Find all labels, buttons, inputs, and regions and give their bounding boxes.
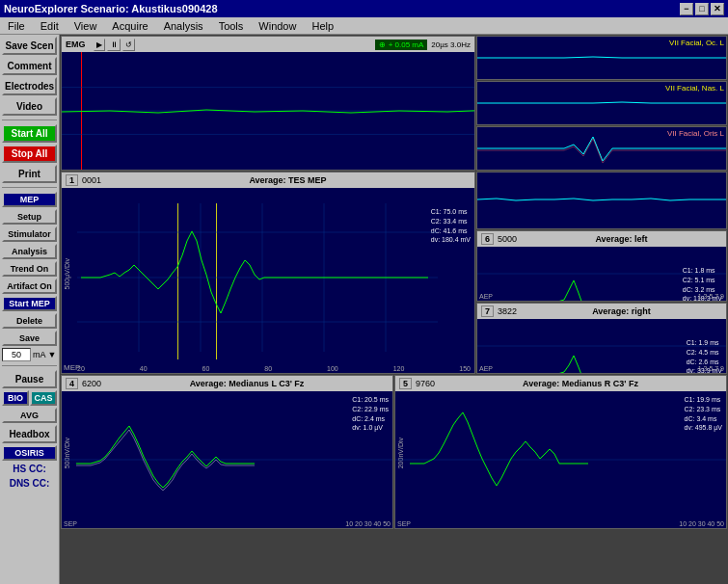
menu-analysis[interactable]: Analysis (160, 20, 207, 32)
sep-2-title: Average: Medianus R C3' Fz (439, 379, 722, 388)
save-scen-button[interactable]: Save Scen (2, 37, 57, 55)
bottom-row: 4 6200 Average: Medianus L C3' Fz C1: 20… (61, 375, 727, 529)
emg-right-panel-3: VII Facial, Oris L (476, 126, 727, 171)
sep-1-num: 4 (66, 378, 78, 389)
sep-2-waveform (395, 391, 726, 528)
stop-all-button[interactable]: Stop AII (2, 145, 57, 163)
mep-canvas[interactable]: 500µV/Div C1: 75.0 ms C2: 33.4 ms dC: 41… (62, 188, 474, 373)
mep-panel-id: 0001 (82, 175, 101, 185)
cas-button[interactable]: CAS (30, 390, 57, 406)
artifact-on-button[interactable]: Artifact On (2, 279, 57, 294)
stimulator-button[interactable]: Stimulator (2, 226, 57, 242)
sidebar: Save Scen Comment Electrodes Video Start… (0, 35, 60, 584)
mep-panel-num: 1 (66, 174, 78, 186)
play-button[interactable]: ▶ (94, 39, 105, 51)
emg-right-panels: VII Facial, Oc. L VII Facial, Nas. L VII… (476, 36, 727, 171)
mep-avg-right-xscale: 1 3 5 7 9 (698, 365, 724, 372)
mep-avg-right-canvas[interactable]: C1: 1.9 ms C2: 4.5 ms dC: 2.6 ms dv: 33.… (477, 319, 726, 373)
sep-1-title: Average: Medianus L C3' Fz (105, 379, 389, 388)
sep-2-xscale: 10 20 30 40 50 (679, 520, 724, 527)
app-title: NeuroExplorer Scenario: Akustikus090428 (4, 3, 218, 14)
sep-2-id: 9760 (416, 379, 435, 388)
emg-right-label-1: VII Facial, Oc. L (669, 39, 724, 47)
pause-button[interactable]: Pause (2, 370, 57, 388)
emg-right-panel-2: VII Facial, Nas. L (476, 81, 727, 125)
sep-1-bottom: SEP (64, 520, 77, 527)
ma-input[interactable]: 50 (2, 348, 31, 361)
avg-button[interactable]: AVG (2, 408, 57, 423)
sep-panel-2-header: 5 9760 Average: Medianus R C3' Fz (395, 376, 726, 391)
menu-file[interactable]: File (4, 20, 29, 32)
mep-bottom-label: MEP (64, 363, 80, 372)
menu-help[interactable]: Help (308, 20, 337, 32)
video-button[interactable]: Video (2, 97, 57, 116)
sep-2-canvas[interactable]: C1: 19.9 ms C2: 23.3 ms dC: 3.4 ms dv: 4… (395, 391, 726, 528)
sep-1-waveform (62, 391, 392, 528)
mep-avg-left-panel: 6 5000 Average: left C1: 1.8 ms C2: 5.1 … (476, 230, 727, 302)
mep-waveform (62, 188, 474, 366)
sep-2-num: 5 (399, 378, 412, 389)
maximize-button[interactable]: □ (695, 3, 709, 15)
window-controls: − □ ✕ (680, 3, 724, 15)
ma-unit[interactable]: mA ▼ (33, 350, 56, 359)
sep-1-canvas[interactable]: C1: 20.5 ms C2: 22.9 ms dC: 2.4 ms dv: 1… (62, 391, 392, 528)
sep-panel-1-header: 4 6200 Average: Medianus L C3' Fz (62, 376, 392, 391)
menu-tools[interactable]: Tools (215, 20, 248, 32)
refresh-button[interactable]: ↺ (122, 39, 135, 51)
save-button[interactable]: Save (2, 331, 57, 346)
start-all-button[interactable]: Start All (2, 124, 57, 143)
osiris-button[interactable]: OSIRIS (2, 445, 57, 461)
bio-button[interactable]: BIO (2, 390, 29, 406)
mep-avg-right-num: 7 (481, 305, 494, 317)
mep-avg-right-bottom: AEP (479, 365, 493, 372)
mep-avg-left-canvas[interactable]: C1: 1.8 ms C2: 5.1 ms dC: 3.2 ms dv: 118… (477, 247, 726, 301)
menu-edit[interactable]: Edit (37, 20, 63, 32)
mep-panel: 1 0001 Average: TES MEP 500µV/Div C1: 75… (61, 172, 475, 374)
title-bar: NeuroExplorer Scenario: Akustikus090428 … (0, 0, 728, 17)
mep-avg-left-xscale: 1 3 5 7 9 (698, 293, 724, 300)
mep-avg-left-header: 6 5000 Average: left (477, 231, 726, 247)
start-mep-button[interactable]: Start MEP (2, 296, 57, 311)
sep-panel-2: 5 9760 Average: Medianus R C3' Fz C1: 19… (394, 375, 727, 529)
main-area: Save Scen Comment Electrodes Video Start… (0, 35, 728, 584)
menu-view[interactable]: View (70, 20, 101, 32)
mep-avg-right-id: 3822 (498, 306, 517, 316)
mep-avg-right-panel: 7 3822 Average: right C1: 1.9 ms C2: 4.5… (476, 303, 727, 374)
emg-top-canvas[interactable] (62, 52, 474, 170)
menu-bar: File Edit View Acquire Analysis Tools Wi… (0, 17, 728, 35)
analysis-button[interactable]: Analysis (2, 244, 57, 259)
mep-avg-right-waveform (477, 319, 726, 373)
dns-cc-label: DNS CC: (2, 477, 57, 490)
pause-small-button[interactable]: ⏸ (107, 39, 121, 51)
comment-button[interactable]: Comment (2, 57, 57, 75)
sep-panel-1: 4 6200 Average: Medianus L C3' Fz C1: 20… (61, 375, 393, 529)
setup-button[interactable]: Setup (2, 209, 57, 225)
trend-on-button[interactable]: Trend On (2, 261, 57, 277)
mep-button[interactable]: MEP (2, 192, 57, 207)
menu-window[interactable]: Window (255, 20, 300, 32)
emg-top-panel: EMG ▶ ⏸ ↺ ⊕ + 0.05 mA 20µs 3.0Hz (61, 36, 475, 171)
mep-avg-left-id: 5000 (498, 234, 517, 244)
mep-right-area: 6 5000 Average: left C1: 1.8 ms C2: 5.1 … (476, 172, 727, 374)
close-button[interactable]: ✕ (711, 3, 724, 15)
emg-top-header: EMG ▶ ⏸ ↺ ⊕ + 0.05 mA 20µs 3.0Hz (62, 37, 474, 52)
sep-1-xscale: 10 20 30 40 50 (345, 520, 391, 527)
electrodes-button[interactable]: Electrodes (2, 77, 57, 95)
headbox-button[interactable]: Headbox (2, 425, 57, 443)
top-row: EMG ▶ ⏸ ↺ ⊕ + 0.05 mA 20µs 3.0Hz (61, 36, 727, 171)
current-display: ⊕ + 0.05 mA (375, 40, 427, 50)
menu-acquire[interactable]: Acquire (108, 20, 151, 32)
content-area: EMG ▶ ⏸ ↺ ⊕ + 0.05 mA 20µs 3.0Hz (60, 35, 728, 584)
mep-avg-right-header: 7 3822 Average: right (477, 304, 726, 319)
emg-title: EMG (66, 40, 86, 49)
mep-avg-left-bottom: AEP (479, 293, 493, 300)
delete-button[interactable]: Delete (2, 313, 57, 329)
minimize-button[interactable]: − (680, 3, 693, 15)
emg-right-label-2: VII Facial, Nas. L (665, 84, 724, 93)
sep-1-id: 6200 (82, 379, 101, 388)
print-button[interactable]: Print (2, 165, 57, 183)
sep-2-bottom: SEP (397, 520, 411, 527)
mep-right-blank (476, 172, 727, 229)
emg-right-panel-1: VII Facial, Oc. L (476, 36, 727, 80)
mep-panel-header: 1 0001 Average: TES MEP (62, 173, 474, 188)
